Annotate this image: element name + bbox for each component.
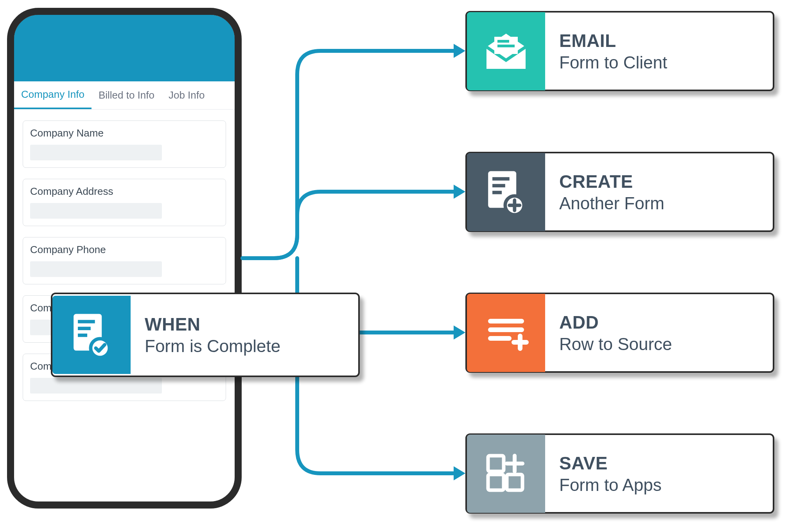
svg-rect-10 <box>497 40 509 43</box>
trigger-title: WHEN <box>145 314 280 335</box>
mail-icon <box>467 12 545 90</box>
tab-job-info[interactable]: Job Info <box>162 81 212 109</box>
action-title: SAVE <box>559 453 662 474</box>
field-placeholder <box>30 145 162 160</box>
action-save-card[interactable]: SAVE Form to Apps <box>465 433 774 514</box>
field-placeholder <box>30 203 162 219</box>
svg-marker-3 <box>454 466 465 480</box>
svg-rect-13 <box>492 177 510 180</box>
action-add-card[interactable]: ADD Row to Source <box>465 293 774 373</box>
svg-marker-2 <box>454 325 465 340</box>
rows-plus-icon <box>467 294 545 372</box>
field-placeholder <box>30 261 162 277</box>
svg-rect-21 <box>507 474 522 490</box>
tab-label: Job Info <box>169 89 205 101</box>
action-title: ADD <box>559 312 672 333</box>
trigger-card[interactable]: WHEN Form is Complete <box>51 293 360 377</box>
tab-billed-to-info[interactable]: Billed to Info <box>92 81 162 109</box>
grid-plus-icon <box>467 435 545 513</box>
svg-rect-11 <box>497 45 515 47</box>
svg-rect-17 <box>488 319 524 324</box>
action-sub: Form to Apps <box>559 475 662 495</box>
svg-rect-15 <box>492 191 502 194</box>
tab-label: Billed to Info <box>99 89 154 101</box>
svg-rect-14 <box>492 184 505 187</box>
doc-check-icon <box>52 296 131 374</box>
action-sub: Row to Source <box>559 334 672 354</box>
phone-topbar <box>14 15 235 81</box>
action-sub: Form to Client <box>559 53 667 72</box>
doc-plus-icon <box>467 153 545 231</box>
phone-screen: Company Info Billed to Info Job Info Com… <box>14 15 235 501</box>
field-label: Company Phone <box>30 244 219 256</box>
tab-label: Company Info <box>21 88 84 101</box>
svg-marker-0 <box>454 44 465 58</box>
svg-rect-6 <box>78 327 91 330</box>
action-text: ADD Row to Source <box>545 312 686 354</box>
form-tabs: Company Info Billed to Info Job Info <box>14 81 235 110</box>
action-text: CREATE Another Form <box>545 171 679 213</box>
svg-rect-7 <box>78 334 87 337</box>
action-text: EMAIL Form to Client <box>545 30 681 72</box>
action-sub: Another Form <box>559 194 664 213</box>
svg-rect-22 <box>488 456 504 471</box>
action-create-card[interactable]: CREATE Another Form <box>465 152 774 232</box>
action-email-card[interactable]: EMAIL Form to Client <box>465 11 774 91</box>
svg-rect-19 <box>488 336 512 341</box>
field-company-name[interactable]: Company Name <box>23 120 226 168</box>
action-title: EMAIL <box>559 30 667 51</box>
trigger-sub: Form is Complete <box>145 336 280 356</box>
field-label: Company Address <box>30 185 219 198</box>
svg-marker-1 <box>454 185 465 199</box>
svg-rect-18 <box>488 327 524 332</box>
tab-company-info[interactable]: Company Info <box>14 81 92 109</box>
field-placeholder <box>30 378 162 394</box>
trigger-text: WHEN Form is Complete <box>131 314 294 356</box>
svg-rect-5 <box>78 320 95 324</box>
svg-rect-20 <box>488 474 504 490</box>
field-label: Company Name <box>30 127 219 139</box>
field-company-phone[interactable]: Company Phone <box>23 237 226 284</box>
diagram-stage: Company Info Billed to Info Job Info Com… <box>0 0 788 532</box>
phone-mockup: Company Info Billed to Info Job Info Com… <box>7 8 242 509</box>
field-company-address[interactable]: Company Address <box>23 179 226 226</box>
action-title: CREATE <box>559 171 664 192</box>
action-text: SAVE Form to Apps <box>545 453 676 495</box>
